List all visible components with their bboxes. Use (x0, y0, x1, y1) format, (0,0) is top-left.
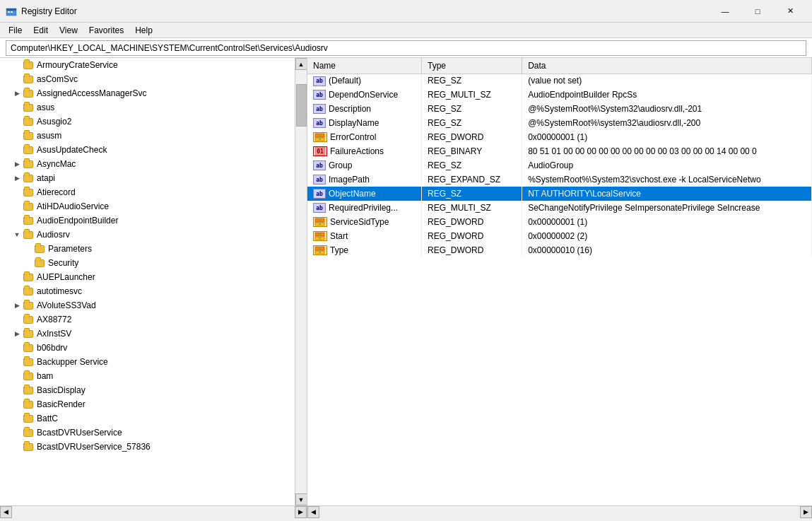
expander-asusm[interactable] (11, 130, 23, 141)
maximize-button[interactable]: □ (741, 0, 774, 23)
table-row[interactable]: abObjectNameREG_SZNT AUTHORITY\LocalServ… (307, 187, 812, 201)
expander-atihd[interactable] (11, 201, 23, 212)
expander-asususpdatecheck[interactable] (11, 144, 23, 156)
table-row[interactable]: ab(Default)REG_SZ(value not set) (307, 74, 812, 88)
tree-item-basicdisplay[interactable]: BasicDisplay (0, 383, 295, 397)
expander-ascomsvc[interactable] (11, 74, 23, 85)
tree-vscrollbar[interactable]: ▲ ▼ (295, 58, 307, 505)
tree-item-basicrender[interactable]: BasicRender (0, 397, 295, 411)
tree-item-backupper[interactable]: Backupper Service (0, 355, 295, 369)
close-button[interactable]: ✕ (774, 0, 806, 23)
expander-ax88772[interactable] (11, 314, 23, 325)
svg-rect-20 (315, 251, 319, 254)
tree-item-bcastdvr57[interactable]: BcastDVRUserService_57836 (0, 440, 295, 454)
tree-item-asususpdatecheck[interactable]: AsusUpdateCheck (0, 143, 295, 157)
expander-armourycrate[interactable] (11, 59, 23, 71)
table-row[interactable]: ServiceSidTypeREG_DWORD0x00000001 (1) (307, 215, 812, 229)
menu-favorites[interactable]: Favorites (83, 24, 129, 37)
table-row[interactable]: abDisplayNameREG_SZ@%SystemRoot%\system3… (307, 116, 812, 130)
menu-help[interactable]: Help (129, 24, 158, 37)
tree-item-bam[interactable]: bam (0, 369, 295, 383)
tree-item-ascomsvc[interactable]: asComSvc (0, 72, 295, 86)
table-row[interactable]: ErrorControlREG_DWORD0x00000001 (1) (307, 130, 812, 144)
vscroll-thumb[interactable] (296, 84, 307, 127)
cell-name: ErrorControl (307, 130, 422, 144)
expander-autotimesvc[interactable] (11, 286, 23, 297)
table-row[interactable]: abRequiredPrivileg...REG_MULTI_SZSeChang… (307, 201, 812, 215)
expander-basicrender[interactable] (11, 399, 23, 410)
table-row[interactable]: abDescriptionREG_SZ@%SystemRoot%\System3… (307, 102, 812, 116)
expander-backupper[interactable] (11, 356, 23, 368)
reg-name-text: Group (329, 160, 352, 170)
cell-data: (value not set) (522, 74, 812, 88)
cell-name: Type (307, 243, 422, 257)
tree-item-parameters[interactable]: Parameters (0, 242, 295, 256)
expander-audiosrv[interactable]: ▼ (11, 229, 23, 240)
tree-item-asusm[interactable]: asusm (0, 129, 295, 143)
expander-audioendpoint[interactable] (11, 215, 23, 226)
expander-asusgio2[interactable] (11, 116, 23, 127)
menu-view[interactable]: View (54, 24, 83, 37)
vscroll-down[interactable]: ▼ (295, 493, 307, 505)
expander-avolutess3[interactable]: ▶ (11, 300, 23, 311)
tree-item-axinstSV[interactable]: ▶AxInstSV (0, 327, 295, 341)
expander-atapi[interactable]: ▶ (11, 172, 23, 184)
left-scroll-left[interactable]: ◀ (0, 506, 12, 518)
menu-edit[interactable]: Edit (28, 24, 54, 37)
expander-basicdisplay[interactable] (11, 385, 23, 396)
expander-battc[interactable] (11, 413, 23, 424)
tree-item-atierecord[interactable]: Atierecord (0, 185, 295, 199)
table-row[interactable]: StartREG_DWORD0x00000002 (2) (307, 229, 812, 243)
expander-bcastdvr[interactable] (11, 427, 23, 438)
svg-rect-21 (320, 251, 324, 254)
tree-item-asyncmac[interactable]: ▶AsyncMac (0, 157, 295, 171)
right-scroll-right[interactable]: ▶ (800, 506, 812, 518)
tree-item-armourycrate[interactable]: ArmouryCrateService (0, 58, 295, 72)
table-row[interactable]: abImagePathREG_EXPAND_SZ%SystemRoot%\Sys… (307, 172, 812, 187)
tree-item-assignedaccess[interactable]: ▶AssignedAccessManagerSvc (0, 86, 295, 100)
table-row[interactable]: abDependOnServiceREG_MULTI_SZAudioEndpoi… (307, 88, 812, 102)
expander-security[interactable] (23, 257, 34, 269)
expander-axinstSV[interactable]: ▶ (11, 328, 23, 339)
app-icon (6, 6, 17, 17)
expander-bcastdvr57[interactable] (11, 441, 23, 452)
tree-item-battc[interactable]: BattC (0, 411, 295, 426)
tree-item-aueplauncher[interactable]: AUEPLauncher (0, 270, 295, 284)
reg-type-icon: ab (313, 160, 326, 170)
tree-item-b06bdrv[interactable]: b06bdrv (0, 341, 295, 355)
folder-icon-asusm (23, 131, 34, 141)
svg-rect-7 (320, 138, 324, 141)
expander-b06bdrv[interactable] (11, 342, 23, 353)
expander-asus[interactable] (11, 102, 23, 113)
vscroll-up[interactable]: ▲ (295, 58, 307, 70)
tree-item-ax88772[interactable]: AX88772 (0, 312, 295, 327)
minimize-button[interactable]: — (709, 0, 741, 23)
expander-asyncmac[interactable]: ▶ (11, 158, 23, 170)
table-row[interactable]: 01FailureActionsREG_BINARY80 51 01 00 00… (307, 144, 812, 158)
cell-name: abGroup (307, 158, 422, 172)
table-row[interactable]: TypeREG_DWORD0x00000010 (16) (307, 243, 812, 257)
expander-parameters[interactable] (23, 243, 34, 254)
tree-item-asusgio2[interactable]: Asusgio2 (0, 115, 295, 129)
expander-atierecord[interactable] (11, 187, 23, 198)
folder-icon-axinstSV (23, 329, 34, 339)
reg-type-icon (313, 217, 327, 227)
expander-bam[interactable] (11, 370, 23, 382)
tree-item-asus[interactable]: asus (0, 100, 295, 115)
tree-item-bcastdvr[interactable]: BcastDVRUserService (0, 426, 295, 440)
expander-assignedaccess[interactable]: ▶ (11, 88, 23, 99)
tree-item-atapi[interactable]: ▶atapi (0, 171, 295, 185)
expander-aueplauncher[interactable] (11, 271, 23, 283)
tree-item-autotimesvc[interactable]: autotimesvc (0, 284, 295, 298)
menu-file[interactable]: File (3, 24, 28, 37)
tree-item-audiosrv[interactable]: ▼Audiosrv (0, 228, 295, 242)
tree-item-avolutess3[interactable]: ▶AVoluteSS3Vad (0, 298, 295, 312)
left-scroll-right[interactable]: ▶ (295, 506, 307, 518)
cell-name: abImagePath (307, 172, 422, 187)
table-row[interactable]: abGroupREG_SZAudioGroup (307, 158, 812, 172)
tree-item-atihd[interactable]: AtiHDAudioService (0, 199, 295, 213)
tree-item-audioendpoint[interactable]: AudioEndpointBuilder (0, 213, 295, 228)
address-input[interactable] (6, 40, 806, 56)
right-scroll-left[interactable]: ◀ (307, 506, 319, 518)
tree-item-security[interactable]: Security (0, 256, 295, 270)
